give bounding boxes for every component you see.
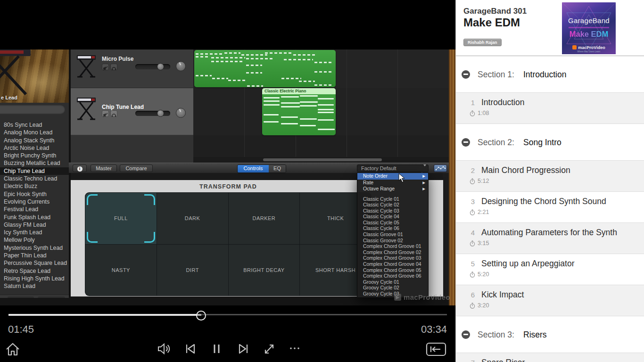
- sound-list-item[interactable]: 80s Sync Lead: [0, 121, 69, 129]
- transform-pad-cell[interactable]: BRIGHT DECAY: [229, 245, 300, 296]
- transform-pad-cell[interactable]: DARK: [157, 193, 228, 244]
- fullscreen-button[interactable]: [262, 341, 276, 356]
- compare-button[interactable]: Compare: [120, 165, 153, 172]
- sound-list-item[interactable]: Percussive Square Lead: [0, 259, 69, 267]
- midi-note-dashes: [212, 78, 228, 79]
- pan-knob[interactable]: [176, 108, 186, 118]
- menu-item[interactable]: Classic Groove 01: [357, 232, 428, 238]
- previous-button[interactable]: [183, 341, 197, 356]
- lesson-row[interactable]: 3Designing the Chord Synth Sound2:21: [456, 192, 644, 223]
- track-header-chip-tune-lead[interactable]: Chip Tune Lead: [71, 88, 193, 135]
- sound-list-item[interactable]: Festival Lead: [0, 206, 69, 213]
- lesson-row[interactable]: 4Automating Parameters for the Synth3:15: [456, 223, 644, 254]
- menu-item[interactable]: Complex Chord Groove 06: [357, 273, 428, 280]
- sound-list-item[interactable]: Retro Space Lead: [0, 267, 69, 275]
- sound-list-item[interactable]: Rising High Synth Lead: [0, 275, 69, 282]
- master-button[interactable]: Master: [91, 165, 117, 172]
- menu-item-label: Rate: [363, 180, 373, 185]
- video-player-pane[interactable]: e Lead 80s Sync LeadAnalog Mono LeadAnal…: [0, 0, 455, 362]
- automation-curve-button[interactable]: [434, 165, 447, 172]
- volume-slider-knob[interactable]: [157, 110, 164, 117]
- preset-dropdown[interactable]: Factory Default: [357, 165, 429, 172]
- sound-list-item[interactable]: Analog Mono Lead: [0, 129, 69, 136]
- midi-region-classic-electric-piano[interactable]: Classic Electric Piano: [262, 88, 336, 135]
- volume-button[interactable]: [157, 341, 172, 356]
- menu-item[interactable]: Classic Cycle 05: [357, 220, 428, 226]
- volume-slider[interactable]: [135, 64, 170, 69]
- sound-list-item[interactable]: Electric Buzz: [0, 182, 69, 190]
- seek-bar-fill[interactable]: [8, 314, 201, 316]
- collapse-section-icon[interactable]: [462, 138, 470, 147]
- menu-item[interactable]: Groovy Cycle 01: [357, 280, 428, 286]
- lesson-row[interactable]: 2Main Chord Progression5:12: [456, 161, 644, 192]
- headphones-solo-button[interactable]: [110, 110, 117, 117]
- lesson-row[interactable]: 6Kick Impact3:20: [456, 285, 644, 316]
- sound-list-item[interactable]: Arctic Noise Lead: [0, 144, 69, 152]
- tab-eq[interactable]: EQ: [269, 165, 286, 173]
- midi-region-micro-pulse[interactable]: [194, 50, 336, 87]
- menu-item-submenu[interactable]: Octave Range▶: [357, 186, 428, 192]
- info-button[interactable]: i: [73, 165, 87, 172]
- lesson-row[interactable]: 5Setting up an Arpeggiator5:20: [456, 254, 644, 285]
- collapse-section-icon[interactable]: [462, 330, 470, 339]
- menu-item[interactable]: Complex Chord Groove 03: [357, 255, 428, 262]
- mute-button[interactable]: [102, 64, 109, 70]
- pan-knob[interactable]: [176, 61, 186, 71]
- menu-item[interactable]: Classic Cycle 02: [357, 202, 428, 208]
- menu-item[interactable]: Classic Cycle 06: [357, 226, 428, 232]
- menu-item[interactable]: Classic Cycle 04: [357, 214, 428, 220]
- pause-button[interactable]: [210, 341, 223, 356]
- section-header-row[interactable]: Section 2:Song Intro: [456, 124, 644, 161]
- sound-list-item[interactable]: Chip Tune Lead: [0, 167, 69, 175]
- lesson-row[interactable]: 7Snare Riser: [456, 353, 644, 362]
- sound-list-item[interactable]: Icy Synth Lead: [0, 229, 69, 236]
- menu-item-submenu[interactable]: Note Order▶: [357, 173, 428, 180]
- volume-slider[interactable]: [135, 111, 170, 116]
- sound-list-item[interactable]: Glassy FM Lead: [0, 221, 69, 229]
- preset-value: Factory Default: [361, 165, 396, 171]
- tab-controls[interactable]: Controls: [238, 165, 269, 173]
- sound-list-item[interactable]: Mysterious Synth Lead: [0, 244, 69, 252]
- sound-list-item[interactable]: Paper Thin Lead: [0, 252, 69, 259]
- sound-list-item[interactable]: Evolving Currents: [0, 198, 69, 206]
- headphones-solo-button[interactable]: [110, 64, 117, 70]
- sound-list-item[interactable]: Funk Splash Lead: [0, 214, 69, 221]
- sound-list-item[interactable]: Classic Techno Lead: [0, 175, 69, 182]
- lesson-row[interactable]: 1Introduction1:08: [456, 93, 644, 124]
- menu-item[interactable]: Complex Chord Groove 05: [357, 268, 428, 274]
- more-options-button[interactable]: [288, 341, 303, 356]
- sound-list-item[interactable]: Saturn Lead: [0, 282, 69, 290]
- sound-list-item[interactable]: Epic Hook Synth: [0, 190, 69, 198]
- menu-item[interactable]: Classic Groove 02: [357, 238, 428, 244]
- track-header-micro-pulse[interactable]: Micro Pulse: [71, 49, 193, 88]
- transform-pad-cell[interactable]: DIRT: [157, 245, 228, 296]
- library-search-field[interactable]: [0, 105, 65, 114]
- menu-item[interactable]: Groovy Cycle 02: [357, 285, 428, 291]
- collapse-section-icon[interactable]: [462, 70, 470, 79]
- transform-pad-cell[interactable]: FULL: [85, 193, 157, 244]
- home-button[interactable]: [5, 341, 21, 357]
- section-header-row[interactable]: Section 1:Introduction: [456, 56, 644, 93]
- sound-list-item[interactable]: Mellow Poly: [0, 236, 69, 244]
- arrange-area[interactable]: Classic Electric Piano: [193, 49, 449, 163]
- volume-slider-knob[interactable]: [157, 63, 164, 70]
- menu-item[interactable]: Complex Chord Groove 01: [357, 244, 428, 250]
- next-button[interactable]: [237, 341, 251, 356]
- scrollbar-thumb[interactable]: [263, 158, 382, 161]
- section-header-row[interactable]: Section 3:Risers: [456, 316, 644, 353]
- transform-pad-cell[interactable]: NASTY: [85, 245, 157, 296]
- menu-item[interactable]: Complex Chord Groove 02: [357, 250, 428, 256]
- sound-list-item[interactable]: Buzzing Metallic Lead: [0, 159, 69, 167]
- sound-list-item[interactable]: Bright Punchy Synth: [0, 152, 69, 159]
- hide-sidebar-button[interactable]: [426, 342, 446, 356]
- horizontal-scrollbar[interactable]: [193, 157, 449, 163]
- menu-item-submenu[interactable]: Rate▶: [357, 180, 428, 186]
- menu-item[interactable]: Complex Chord Groove 04: [357, 262, 428, 268]
- transform-pad-cell[interactable]: DARKER: [229, 193, 300, 244]
- menu-item[interactable]: Classic Cycle 01: [357, 197, 428, 203]
- video-frame[interactable]: e Lead 80s Sync LeadAnalog Mono LeadAnal…: [0, 49, 455, 305]
- seek-bar-handle[interactable]: [196, 311, 206, 321]
- mute-button[interactable]: [102, 110, 109, 117]
- sound-list-item[interactable]: Analog Stack Synth: [0, 137, 69, 144]
- menu-item[interactable]: Classic Cycle 03: [357, 208, 428, 214]
